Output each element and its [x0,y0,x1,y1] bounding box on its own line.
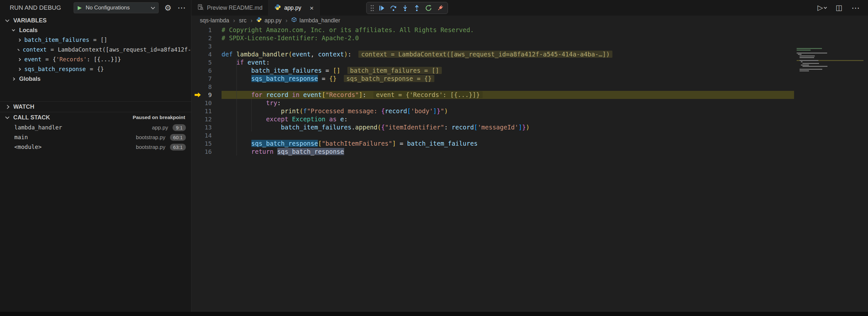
call-stack-frame[interactable]: mainbootstrap.py60:1 [0,132,191,142]
line-number[interactable]: 8 [191,83,221,91]
variable-row[interactable]: batch_item_failures=[] [0,35,191,45]
code-text[interactable]: sqs_batch_response = {}sqs_batch_respons… [221,74,794,83]
code-line[interactable]: 13 batch_item_failures.append({"itemIden… [191,123,794,131]
gutter[interactable]: 6 [191,66,221,74]
gutter[interactable]: 9 [191,91,221,99]
code-text[interactable]: # SPDX-License-Identifier: Apache-2.0 [221,34,794,42]
line-number[interactable]: 2 [191,34,221,42]
code-text[interactable]: for record in event["Records"]:event = {… [221,91,794,99]
code-line[interactable]: 14 [191,131,794,139]
breadcrumb-item[interactable]: app.py [256,17,282,24]
line-number[interactable]: 6 [191,66,221,74]
globals-scope[interactable]: Globals [0,74,191,84]
call-stack-section-header[interactable]: CALL STACK Paused on breakpoint [0,112,191,123]
gutter[interactable]: 11 [191,107,221,115]
call-stack-frame[interactable]: <module>bootstrap.py63:1 [0,142,191,152]
gutter[interactable]: 12 [191,115,221,123]
code-line[interactable]: 8 [191,83,794,91]
variable-row[interactable]: event={'Records': [{...}]} [0,55,191,64]
tab-preview-readme[interactable]: Preview README.md [191,0,269,15]
debug-config-dropdown[interactable]: ▶ No Configurations [74,2,159,13]
gear-icon[interactable]: ⚙ [164,4,172,12]
gutter[interactable]: 16 [191,148,221,156]
variable-row[interactable]: context=LambdaContext([aws_request_id=a8… [0,45,191,55]
step-over-button[interactable] [388,3,399,13]
step-into-button[interactable] [400,3,411,13]
split-editor-icon[interactable]: ◫ [836,4,842,12]
breadcrumb-item[interactable]: sqs-lambda [200,17,229,24]
code-text[interactable]: def lambda_handler(event, context):conte… [221,50,794,58]
code-line[interactable]: 10 try: [191,99,794,107]
more-actions-icon[interactable]: ⋯ [178,4,186,12]
code-line[interactable]: 7 sqs_batch_response = {}sqs_batch_respo… [191,74,794,83]
breadcrumb-item[interactable]: lambda_handler [291,17,340,24]
gutter[interactable]: 1 [191,26,221,34]
code-line[interactable]: 11 print(f"Processed message: {record['b… [191,107,794,115]
code-text[interactable]: try: [221,99,794,107]
gutter[interactable]: 2 [191,34,221,42]
restart-button[interactable] [423,3,434,13]
code-line[interactable]: 6 batch_item_failures = []batch_item_fai… [191,66,794,74]
minimap-line [797,69,864,70]
code-line[interactable]: 12 except Exception as e: [191,115,794,123]
locals-scope[interactable]: Locals [0,25,191,35]
line-number[interactable]: 4 [191,50,221,58]
call-stack-frame[interactable]: lambda_handlerapp.py9:1 [0,123,191,132]
gutter[interactable]: 15 [191,139,221,148]
code-line[interactable]: 9 for record in event["Records"]:event =… [191,91,794,99]
code-text[interactable]: batch_item_failures.append({"itemIdentif… [221,123,794,131]
code-text[interactable] [221,42,794,50]
code-editor[interactable]: 1# Copyright Amazon.com, Inc. or its aff… [191,25,868,316]
line-number[interactable]: 7 [191,74,221,83]
gutter[interactable]: 4 [191,50,221,58]
line-number[interactable]: 10 [191,99,221,107]
code-text[interactable]: # Copyright Amazon.com, Inc. or its affi… [221,26,794,34]
variable-value: [] [100,37,107,43]
code-line[interactable]: 16 return sqs_batch_response [191,148,794,156]
start-debug-icon[interactable]: ▶ [78,5,82,10]
line-number[interactable]: 15 [191,139,221,148]
gutter[interactable]: 5 [191,58,221,66]
line-number[interactable]: 1 [191,26,221,34]
code-text[interactable]: if event: [221,58,794,66]
code-line[interactable]: 15 sqs_batch_response["batchItemFailures… [191,139,794,148]
continue-button[interactable] [376,3,387,13]
line-number[interactable]: 14 [191,131,221,139]
gutter[interactable]: 3 [191,42,221,50]
code-text[interactable] [221,131,794,139]
line-number[interactable]: 5 [191,58,221,66]
disconnect-button[interactable] [435,3,446,13]
code-text[interactable] [221,83,794,91]
drag-handle-icon[interactable] [369,3,376,13]
tab-app-py[interactable]: app.py × [269,0,320,15]
gutter[interactable]: 14 [191,131,221,139]
line-number[interactable]: 12 [191,115,221,123]
code-text[interactable]: except Exception as e: [221,115,794,123]
code-text[interactable]: return sqs_batch_response [221,148,794,156]
variables-section-header[interactable]: VARIABLES [0,15,191,25]
gutter[interactable]: 8 [191,83,221,91]
close-icon[interactable]: × [310,4,314,11]
variable-row[interactable]: sqs_batch_response={} [0,64,191,74]
breadcrumb-item[interactable]: src [239,17,247,24]
run-python-file-button[interactable]: ▷ [817,4,827,12]
code-line[interactable]: 1# Copyright Amazon.com, Inc. or its aff… [191,26,794,34]
code-line[interactable]: 3 [191,42,794,50]
step-out-button[interactable] [411,3,422,13]
code-line[interactable]: 5 if event: [191,58,794,66]
code-line[interactable]: 4def lambda_handler(event, context):cont… [191,50,794,58]
gutter[interactable]: 7 [191,74,221,83]
line-number[interactable]: 13 [191,123,221,131]
gutter[interactable]: 10 [191,99,221,107]
gutter[interactable]: 13 [191,123,221,131]
code-text[interactable]: sqs_batch_response["batchItemFailures"] … [221,139,794,148]
code-text[interactable]: print(f"Processed message: {record['body… [221,107,794,115]
more-actions-icon[interactable]: ⋯ [851,3,860,13]
minimap[interactable] [794,48,864,72]
code-line[interactable]: 2# SPDX-License-Identifier: Apache-2.0 [191,34,794,42]
line-number[interactable]: 16 [191,148,221,156]
code-text[interactable]: batch_item_failures = []batch_item_failu… [221,66,794,74]
line-number[interactable]: 11 [191,107,221,115]
watch-section-header[interactable]: WATCH [0,101,191,112]
line-number[interactable]: 3 [191,42,221,50]
